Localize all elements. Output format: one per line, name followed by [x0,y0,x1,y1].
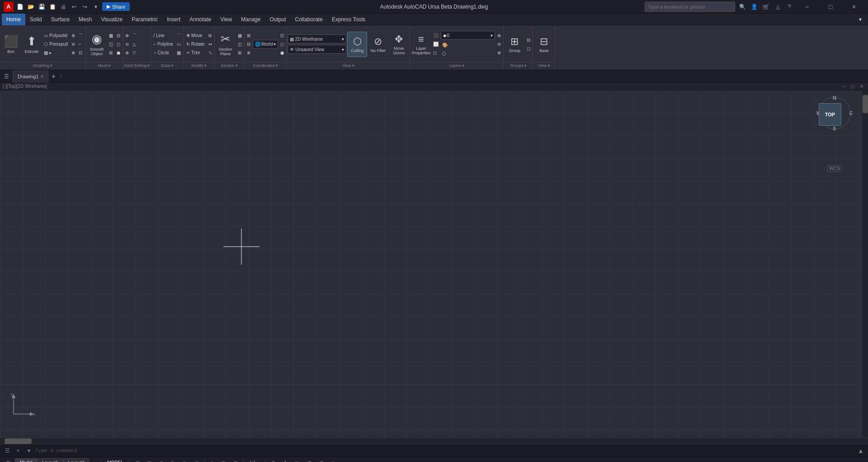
save-as-btn[interactable]: 📋 [48,2,57,11]
btn-section-3[interactable]: ⊞ [236,49,243,57]
hardware-accel-btn[interactable]: 🖥 [304,458,315,462]
btn-arc[interactable]: ⌒ [175,32,183,40]
close-btn[interactable]: × [844,0,864,14]
transparency-btn[interactable]: ◫ [218,458,229,462]
btn-se-2[interactable]: ⊖ [124,40,130,48]
workspace-btn[interactable]: ⚙ [268,458,278,462]
btn-move[interactable]: ✥ Move [185,32,206,40]
command-menu-btn[interactable]: ☰ [3,446,12,455]
btn-coord-4[interactable]: ⊡ [279,32,285,40]
btn-polysolid[interactable]: ▭ Polysolid [42,32,69,40]
btn-scale[interactable]: ⤡ [207,49,213,57]
viewport-close-btn[interactable]: × [858,83,865,90]
scrollbar-thumb-h[interactable] [5,438,32,444]
scrollbar-thumb-v[interactable] [863,95,868,113]
new-tab-btn[interactable]: + [48,71,58,81]
modeling-group-title[interactable]: Modeling ▾ [1,62,85,69]
new-file-btn[interactable]: 📄 [15,2,24,11]
btn-group-2[interactable]: ◻ [525,44,532,52]
modify-group-title[interactable]: Modify ▾ [185,62,213,69]
base-group-title[interactable]: View ▾ [534,62,554,69]
btn-group-1[interactable]: ⊟ [525,36,532,44]
btn-copy[interactable]: ⧉ [207,32,213,40]
right-scrollbar[interactable] [862,90,868,438]
btn-chamfer[interactable]: ⌐ [77,40,85,48]
btn-line[interactable]: / Line [152,32,175,40]
btn-se-1[interactable]: ⊕ [124,32,130,40]
btn-group[interactable]: ⊞ Group [505,32,524,57]
bottom-scrollbar[interactable] [0,438,868,444]
menu-mesh[interactable]: Mesh [74,14,96,25]
nav-btn[interactable]: ☰ [3,458,13,462]
btn-coord-6[interactable]: ◼ [279,49,285,57]
btn-mesh-2[interactable]: ◫ [108,40,114,48]
btn-culling[interactable]: ⬡ Culling [347,32,367,57]
save-btn[interactable]: 💾 [37,2,46,11]
btn-layer-2[interactable]: ⬜ [432,40,440,48]
mesh-group-title[interactable]: Mesh ▾ [87,62,122,69]
redo-btn[interactable]: ↪ [80,2,90,11]
otrack-btn[interactable]: ⊕ [192,458,202,462]
menu-extra-dropdown[interactable]: ▾ [854,14,866,25]
btn-se-3[interactable]: ⊗ [124,49,130,57]
viewcube-box[interactable]: TOP [819,103,841,126]
menu-visualize[interactable]: Visualize [96,14,127,25]
btn-intersect[interactable]: ⊗ [70,49,76,57]
doc-tab-drawing1[interactable]: Drawing1 × [13,71,48,82]
btn-mesh-4[interactable]: ⊟ [115,32,122,40]
world-dropdown[interactable]: 🌐 World ▾ [253,40,278,49]
btn-box[interactable]: ⬛ Box [1,32,21,57]
layout-tab-model[interactable]: Model [15,458,37,462]
print-btn[interactable]: 🖨 [59,2,68,11]
btn-base[interactable]: ⊟ Base [534,32,554,57]
menu-parametric[interactable]: Parametric [127,14,162,25]
section-group-title[interactable]: Section ▾ [216,62,243,69]
left-panel-toggle-btn[interactable]: ☰ [2,72,11,81]
btn-extrude[interactable]: ⬆ Extrude [22,32,42,57]
btn-smooth-object[interactable]: ◉ SmoothObject [87,32,107,57]
coordinates-group-title[interactable]: Coordinates ▾ [245,62,286,69]
lineweight-btn[interactable]: ≡ [208,458,217,462]
solid-editing-group-title[interactable]: Solid Editing ▾ [124,62,150,69]
snap-btn[interactable]: ⊟ [144,458,154,462]
unsaved-view-dropdown[interactable]: 👁 Unsaved View ▾ [288,45,346,54]
draw-group-title[interactable]: Draw ▾ [152,62,183,69]
btn-presspull[interactable]: ⬡ Presspull [42,40,69,48]
menu-insert[interactable]: Insert [162,14,185,25]
btn-mirror[interactable]: ⇔ [207,40,213,48]
viewport-maximize-btn[interactable]: □ [849,83,856,90]
btn-coord-3[interactable]: ⊕ [245,49,252,57]
btn-coord-2[interactable]: ⊟ [245,40,252,48]
command-close-btn[interactable]: × [14,446,23,455]
btn-solid-edit[interactable]: ⊡ [77,49,85,57]
isolate-btn[interactable]: ◎ [292,458,302,462]
layers-group-title[interactable]: Layers ▾ [411,62,502,69]
polar-btn[interactable]: ⟳ [168,458,178,462]
btn-no-filter[interactable]: ⊘ No Filter [368,32,388,57]
cart-btn[interactable]: 🛒 [761,2,770,11]
groups-group-title[interactable]: Groups ▾ [505,62,532,69]
btn-union[interactable]: ⊕ [70,32,76,40]
layer-number-dropdown[interactable]: ■ 0 ▾ [441,31,495,40]
btn-layer-properties[interactable]: ≡ LayerProperties [411,32,431,57]
menu-home[interactable]: Home [2,14,25,25]
btn-section-1[interactable]: ▦ [236,32,243,40]
help-btn[interactable]: ? [785,2,794,11]
btn-mesh-3[interactable]: ⊞ [108,49,114,57]
menu-annotate[interactable]: Annotate [185,14,216,25]
minimize-btn[interactable]: − [797,0,817,14]
view-group-title[interactable]: View ▾ [288,62,409,69]
viewport-minimize-btn[interactable]: − [840,83,847,90]
annotation-scale-btn[interactable]: 1:1 ▾ [246,458,263,462]
btn-rect[interactable]: ▭ [175,40,183,48]
osnap-btn[interactable]: ◎ [179,458,190,462]
btn-layer-e2[interactable]: ⊖ [496,40,502,48]
btn-fillet[interactable]: ⌒ [77,32,85,40]
btn-hatch[interactable]: ▦ [175,49,183,57]
btn-mesh-6[interactable]: ◼ [115,49,122,57]
open-file-btn[interactable]: 📂 [26,2,35,11]
select-cycle-btn[interactable]: ⊡ [231,458,241,462]
share-button[interactable]: ▶ Share [102,2,130,11]
btn-layer-color-2[interactable]: ⬡ [441,49,495,57]
layout-tab-layout1[interactable]: Layout1 [37,458,63,462]
